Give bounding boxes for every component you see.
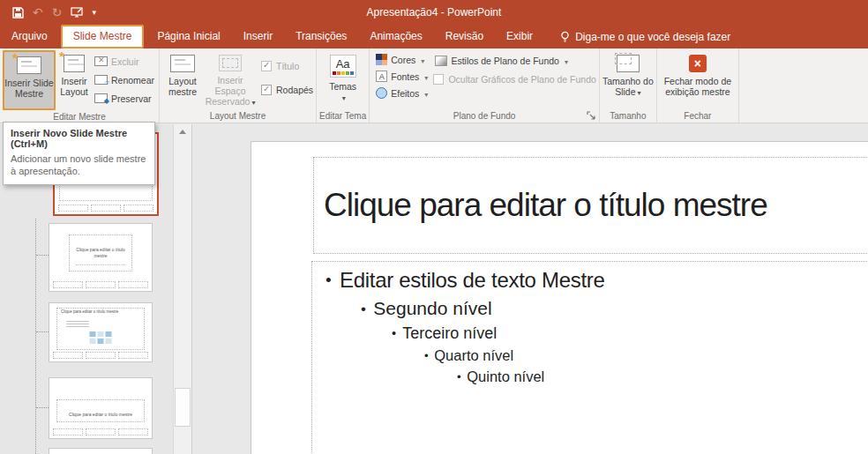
layout-thumbnail-partial[interactable] <box>49 448 153 454</box>
group-label-editar-tema: Editar Tema <box>319 109 366 123</box>
hide-background-graphics-checkbox[interactable] <box>433 74 444 85</box>
bullet-level-1: Editar estilos de texto Mestre <box>312 268 868 293</box>
thumbnail-panel-scrollbar[interactable] <box>173 124 191 454</box>
tab-inserir[interactable]: Inserir <box>232 25 284 48</box>
title-checkbox-row[interactable]: Título <box>261 57 313 74</box>
footers-checkbox-row[interactable]: Rodapés <box>261 81 313 98</box>
thumbnail-footer-placeholders <box>53 352 148 359</box>
theme-color-dots <box>333 71 354 75</box>
tellme-box[interactable]: Diga-me o que você deseja fazer <box>551 25 739 48</box>
rename-button[interactable]: ▱ Renomear <box>93 72 156 87</box>
slide-canvas[interactable]: Clique para editar o título mestre Edita… <box>251 141 868 454</box>
hide-background-graphics-row[interactable]: Ocultar Gráficos de Plano de Fundo <box>433 71 596 87</box>
chevron-down-icon <box>423 88 428 99</box>
tab-slide-mestre[interactable]: Slide Mestre <box>61 25 145 48</box>
chevron-down-icon <box>250 96 255 107</box>
footers-checkbox[interactable] <box>261 85 272 95</box>
chevron-down-icon <box>636 86 641 97</box>
body-placeholder[interactable]: Editar estilos de texto Mestre Segundo n… <box>311 261 868 454</box>
lightbulb-icon <box>560 31 570 43</box>
scroll-up-button[interactable] <box>174 124 191 139</box>
themes-label: Temas <box>329 81 356 92</box>
close-master-view-icon: × <box>689 55 707 72</box>
slide-title-text: Clique para editar o título mestre <box>314 187 767 224</box>
background-styles-label: Estilos de Plano de Fundo <box>451 56 559 66</box>
rename-slide-icon: ▱ <box>94 75 108 85</box>
effects-icon <box>376 87 387 99</box>
customize-qat-button[interactable]: ▾ <box>92 9 96 17</box>
preserve-button[interactable]: ◆ Preservar <box>93 91 156 106</box>
tab-arquivo[interactable]: Arquivo <box>0 25 59 48</box>
thumbnail-footer-placeholders <box>53 281 148 288</box>
tab-revisao[interactable]: Revisão <box>434 25 495 48</box>
bullet-level-4: Quarto nível <box>312 347 868 364</box>
colors-icon <box>376 54 387 65</box>
delete-button[interactable]: ✕ Excluir <box>93 54 156 69</box>
layout-thumbnail-section[interactable]: Clique para editar o título mestre <box>49 377 153 439</box>
tab-animacoes[interactable]: Animações <box>358 25 433 48</box>
slideshow-icon <box>71 7 83 18</box>
chevron-down-icon <box>419 55 424 65</box>
group-label-tamanho: Tamanho <box>602 109 654 123</box>
dialog-launcher-button[interactable] <box>587 111 596 121</box>
close-master-view-button[interactable]: × Fechar modo de exibição mestre <box>660 50 736 107</box>
connector-stub <box>36 331 49 332</box>
insert-layout-button[interactable]: * Inserir Layout <box>56 50 93 107</box>
pin-icon: ◆ <box>104 98 109 105</box>
bullet-level-3: Terceiro nível <box>312 324 868 343</box>
effects-button[interactable]: Efeitos <box>374 86 430 100</box>
powerpoint-window: ↶ ↻ ▾ Apresentação4 - PowerPoint Arquivo… <box>0 0 868 454</box>
hide-background-graphics-label: Ocultar Gráficos de Plano de Fundo <box>448 74 596 85</box>
thumbnail-title-text: Clique para editar o título mestre <box>63 413 138 418</box>
layout-thumbnail-content[interactable]: Clique para editar o título mestre <box>49 302 153 362</box>
slide-size-icon <box>617 55 640 72</box>
tooltip-body: Adicionar um novo slide mestre à apresen… <box>11 153 147 178</box>
group-label-fechar: Fechar <box>660 109 736 123</box>
fonts-button[interactable]: A Fontes <box>374 69 430 84</box>
fonts-icon: A <box>376 71 387 82</box>
insert-slide-master-annotation: * Inserir Slide Mestre <box>3 50 56 110</box>
dialog-launcher-icon <box>587 111 596 121</box>
group-editar-mestre: * Inserir Slide Mestre * Inserir Layout … <box>0 48 160 123</box>
insert-placeholder-icon <box>219 55 242 71</box>
tellme-label: Diga-me o que você deseja fazer <box>575 31 730 43</box>
undo-button[interactable]: ↶ <box>33 6 43 19</box>
ribbon: * Inserir Slide Mestre * Inserir Layout … <box>0 48 868 123</box>
tooltip-title: Inserir Novo Slide Mestre (Ctrl+M) <box>11 128 147 149</box>
delete-label: Excluir <box>111 56 139 67</box>
thumbnail-footer-placeholders <box>53 428 148 435</box>
connector-stub <box>36 407 49 408</box>
ribbon-tab-row: Arquivo Slide Mestre Página Inicial Inse… <box>0 25 868 48</box>
insert-placeholder-button[interactable]: Inserir Espaço Reservado <box>203 50 258 107</box>
titlebar: ↶ ↻ ▾ Apresentação4 - PowerPoint <box>0 0 868 25</box>
insert-slide-master-button[interactable]: * Inserir Slide Mestre <box>4 52 54 108</box>
tab-transicoes[interactable]: Transições <box>284 25 358 48</box>
chevron-down-icon <box>423 71 428 82</box>
master-layout-button[interactable]: Layout mestre <box>162 50 203 107</box>
layout-thumbnail-title[interactable]: Clique para editar o título mestre <box>49 223 153 292</box>
thumbnail-placeholder-box: Clique para editar o título mestre <box>69 234 132 272</box>
tab-exibir[interactable]: Exibir <box>495 25 544 48</box>
tab-pagina-inicial[interactable]: Página Inicial <box>146 25 231 48</box>
preserve-slide-icon: ◆ <box>94 93 108 103</box>
title-checkbox[interactable] <box>261 61 272 71</box>
slide-size-button[interactable]: Tamanho do Slide <box>602 50 654 107</box>
group-plano-de-fundo: Cores A Fontes Efeitos Estilos de Plano … <box>370 48 600 123</box>
colors-button[interactable]: Cores <box>374 52 430 67</box>
redo-button[interactable]: ↻ <box>52 6 63 19</box>
title-placeholder[interactable]: Clique para editar o título mestre <box>313 157 868 254</box>
insert-layout-icon: * <box>64 55 85 72</box>
scrollbar-thumb[interactable] <box>175 388 191 427</box>
footers-checkbox-label: Rodapés <box>276 85 313 95</box>
start-slideshow-button[interactable] <box>71 7 83 18</box>
rename-label: Renomear <box>111 75 154 86</box>
pencil-icon: ▱ <box>104 79 109 86</box>
window-title: Apresentação4 - PowerPoint <box>367 0 502 25</box>
themes-button[interactable]: Aa Temas <box>321 50 365 107</box>
insert-slide-master-label: Inserir Slide Mestre <box>4 78 54 99</box>
save-icon <box>12 7 24 19</box>
insert-slide-master-tooltip: Inserir Novo Slide Mestre (Ctrl+M) Adici… <box>3 122 155 185</box>
thumbnail-content-icons <box>90 331 112 344</box>
background-styles-button[interactable]: Estilos de Plano de Fundo <box>433 53 596 68</box>
save-button[interactable] <box>12 7 24 19</box>
